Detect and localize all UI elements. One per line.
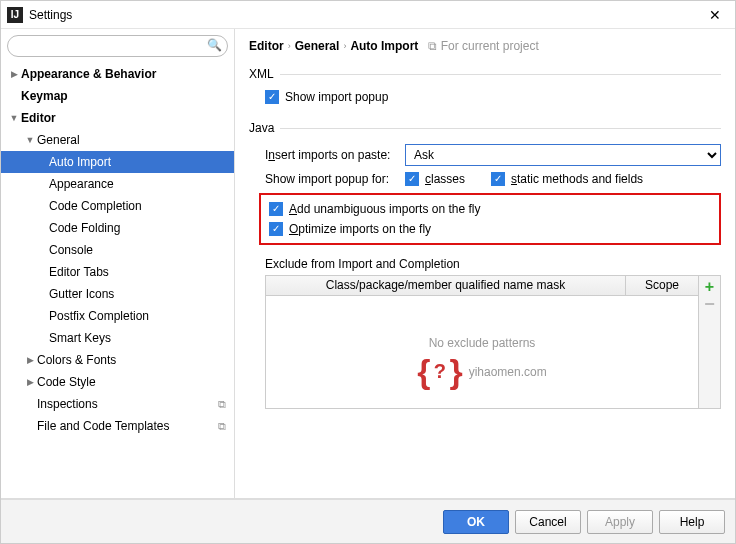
watermark: { }? yihaomen.com xyxy=(417,352,546,391)
chevron-down-icon: ▼ xyxy=(7,113,21,123)
checkbox-optimize[interactable]: ✓ xyxy=(269,222,283,236)
label-add-unambiguous: Add unambiguous imports on the fly xyxy=(289,202,480,216)
tree-smart-keys[interactable]: Smart Keys xyxy=(1,327,234,349)
highlight-annotation: ✓ Add unambiguous imports on the fly ✓ O… xyxy=(259,193,721,245)
chevron-right-icon: ▶ xyxy=(23,355,37,365)
tree-auto-import[interactable]: Auto Import xyxy=(1,151,234,173)
group-java: Java xyxy=(249,121,280,135)
label-xml-show-popup: Show import popup xyxy=(285,90,388,104)
cancel-button[interactable]: Cancel xyxy=(515,510,581,534)
remove-button: − xyxy=(704,298,715,310)
tree-code-folding[interactable]: Code Folding xyxy=(1,217,234,239)
label-insert-imports: Insert imports on paste: xyxy=(265,148,399,162)
help-button[interactable]: Help xyxy=(659,510,725,534)
chevron-down-icon: ▼ xyxy=(23,135,37,145)
col-qualified-name[interactable]: Class/package/member qualified name mask xyxy=(266,276,626,295)
checkbox-static[interactable]: ✓ xyxy=(491,172,505,186)
tree-editor-tabs[interactable]: Editor Tabs xyxy=(1,261,234,283)
tree-editor[interactable]: ▼Editor xyxy=(1,107,234,129)
tree-keymap[interactable]: Keymap xyxy=(1,85,234,107)
settings-tree[interactable]: ▶Appearance & Behavior Keymap ▼Editor ▼G… xyxy=(1,63,234,498)
close-icon[interactable]: ✕ xyxy=(701,7,729,23)
checkbox-add-unambiguous[interactable]: ✓ xyxy=(269,202,283,216)
label-popup-for: Show import popup for: xyxy=(265,172,399,186)
project-icon: ⧉ xyxy=(218,420,226,433)
tree-colors-fonts[interactable]: ▶Colors & Fonts xyxy=(1,349,234,371)
checkbox-classes[interactable]: ✓ xyxy=(405,172,419,186)
app-icon: IJ xyxy=(7,7,23,23)
search-icon: 🔍 xyxy=(207,38,222,52)
group-xml: XML xyxy=(249,67,280,81)
chevron-right-icon: ▶ xyxy=(23,377,37,387)
ok-button[interactable]: OK xyxy=(443,510,509,534)
tree-console[interactable]: Console xyxy=(1,239,234,261)
label-static: static methods and fields xyxy=(511,172,643,186)
breadcrumb: Editor› General› Auto Import ⧉ For curre… xyxy=(249,39,721,63)
tree-general[interactable]: ▼General xyxy=(1,129,234,151)
tree-file-code-templates[interactable]: File and Code Templates⧉ xyxy=(1,415,234,437)
tree-gutter-icons[interactable]: Gutter Icons xyxy=(1,283,234,305)
tree-inspections[interactable]: Inspections⧉ xyxy=(1,393,234,415)
tree-postfix-completion[interactable]: Postfix Completion xyxy=(1,305,234,327)
search-input[interactable] xyxy=(7,35,228,57)
empty-text: No exclude patterns xyxy=(429,336,536,350)
select-insert-imports[interactable]: Ask xyxy=(405,144,721,166)
apply-button[interactable]: Apply xyxy=(587,510,653,534)
project-icon: ⧉ xyxy=(428,39,437,53)
chevron-right-icon: ▶ xyxy=(7,69,21,79)
col-scope[interactable]: Scope xyxy=(626,276,698,295)
tree-code-completion[interactable]: Code Completion xyxy=(1,195,234,217)
checkbox-xml-show-popup[interactable]: ✓ xyxy=(265,90,279,104)
window-title: Settings xyxy=(29,8,701,22)
project-icon: ⧉ xyxy=(218,398,226,411)
label-classes: classes xyxy=(425,172,465,186)
label-optimize: Optimize imports on the fly xyxy=(289,222,431,236)
label-exclude: Exclude from Import and Completion xyxy=(265,257,721,271)
tree-code-style[interactable]: ▶Code Style xyxy=(1,371,234,393)
tree-appearance[interactable]: Appearance xyxy=(1,173,234,195)
tree-appearance-behavior[interactable]: ▶Appearance & Behavior xyxy=(1,63,234,85)
exclude-table: Class/package/member qualified name mask… xyxy=(265,275,721,409)
